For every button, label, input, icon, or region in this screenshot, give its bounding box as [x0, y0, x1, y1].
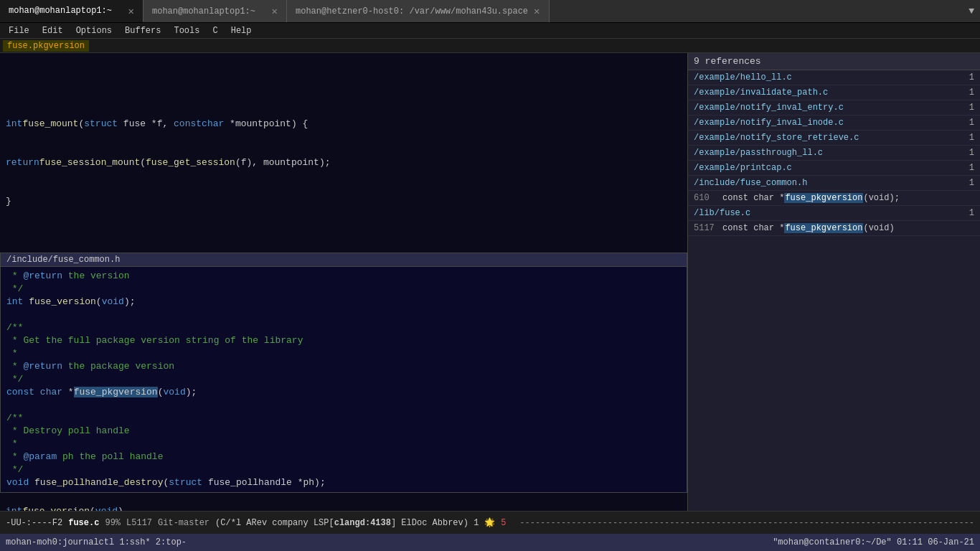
tab-2[interactable]: mohan@mohanlaptop1:~ ✕ [143, 0, 287, 22]
popup-code: * @return the version */ int fuse_versio… [1, 267, 687, 492]
tab-1-label: mohan@mohanlaptop1:~ [9, 6, 112, 16]
tab-2-close[interactable]: ✕ [272, 5, 278, 17]
tab-1[interactable]: mohan@mohanlaptop1:~ ✕ [0, 0, 143, 22]
code-line: return fuse_session_mount(fuse_get_sessi… [0, 156, 687, 169]
tab-3-close[interactable]: ✕ [534, 5, 540, 17]
menu-tools[interactable]: Tools [168, 24, 205, 37]
status-error-count: 5 [501, 518, 506, 528]
ref-linenum-610: 610 [694, 193, 722, 203]
popup-overlay[interactable]: /include/fuse_common.h * @return the ver… [0, 253, 687, 493]
code-line [0, 79, 687, 92]
ref-code-610[interactable]: 610 const char *fuse_pkgversion(void); [688, 191, 980, 206]
bottom-left: mohan-moh0:journalctl 1:ssh* 2:top- [6, 537, 187, 547]
ref-path-7: /example/printcap.c [694, 163, 792, 173]
ref-item-4[interactable]: /example/notify_inval_inode.c 1 [688, 116, 980, 131]
ref-item-7[interactable]: /example/printcap.c 1 [688, 161, 980, 176]
status-position: L5117 [126, 518, 152, 528]
bottom-right: "mohan@container0:~/De" 01:11 06-Jan-21 [773, 537, 974, 547]
ref-count-2: 1 [960, 88, 974, 98]
ref-path-6: /example/passthrough_ll.c [694, 148, 823, 158]
references-header: 9 references [688, 53, 980, 70]
editor-container: int fuse_mount(struct fuse *f, const cha… [0, 53, 980, 511]
ref-path-5: /example/notify_store_retrieve.c [694, 133, 859, 143]
tab-2-label: mohan@mohanlaptop1:~ [152, 6, 255, 17]
ref-count-3: 1 [960, 103, 974, 113]
menu-bar: File Edit Options Buffers Tools C Help [0, 23, 980, 39]
ref-count-8: 1 [960, 178, 974, 188]
status-bar: -UU-:----F2 fuse.c 99% L5117 Git-master … [0, 511, 980, 534]
status-lsp: (C/*l ARev company LSP[clangd:4138] ElDo… [215, 518, 479, 528]
status-filename: fuse.c [68, 518, 99, 528]
ref-item-2[interactable]: /example/invalidate_path.c 1 [688, 85, 980, 100]
ref-count-6: 1 [960, 148, 974, 158]
ref-count-4: 1 [960, 118, 974, 128]
ref-code-text-610: const char *fuse_pkgversion(void); [722, 193, 900, 203]
ref-linenum-5117: 5117 [694, 223, 722, 233]
status-percent: 99% [105, 518, 121, 528]
toolbar: fuse.pkgversion [0, 39, 980, 53]
status-lsp-bold: clangd:4138 [334, 518, 391, 528]
tab-overflow[interactable]: ▼ [963, 0, 980, 22]
tab-bar: mohan@mohanlaptop1:~ ✕ mohan@mohanlaptop… [0, 0, 980, 23]
code-editor[interactable]: int fuse_mount(struct fuse *f, const cha… [0, 53, 687, 511]
popup-header: /include/fuse_common.h [1, 253, 687, 267]
ref-item-1[interactable]: /example/hello_ll.c 1 [688, 70, 980, 85]
code-line: } [0, 195, 687, 208]
status-lsp-prefix: (C/*l ARev company LSP[ [215, 518, 334, 528]
code-line: int fuse_mount(struct fuse *f, const cha… [0, 118, 687, 131]
ref-item-6[interactable]: /example/passthrough_ll.c 1 [688, 146, 980, 161]
ref-code-text-5117: const char *fuse_pkgversion(void) [722, 223, 895, 233]
status-warning-icon: 🌟 [484, 517, 495, 528]
ref-item-3[interactable]: /example/notify_inval_entry.c 1 [688, 100, 980, 116]
ref-item-8[interactable]: /include/fuse_common.h 1 [688, 176, 980, 191]
toolbar-path: fuse.pkgversion [3, 40, 89, 52]
menu-edit[interactable]: Edit [37, 24, 69, 37]
code-line [0, 234, 687, 247]
bottom-bar: mohan-moh0:journalctl 1:ssh* 2:top- "moh… [0, 534, 980, 551]
ref-path-2: /example/invalidate_path.c [694, 88, 828, 98]
ref-code-5117[interactable]: 5117 const char *fuse_pkgversion(void) [688, 221, 980, 236]
ref-count-5: 1 [960, 133, 974, 143]
tab-3-label: mohan@hetzner0-host0: /var/www/mohan43u.… [296, 6, 528, 17]
ref-path-4: /example/notify_inval_inode.c [694, 118, 844, 128]
menu-file[interactable]: File [3, 24, 35, 37]
code-line: int fuse_version(void) [0, 505, 687, 511]
menu-options[interactable]: Options [70, 24, 118, 37]
menu-buffers[interactable]: Buffers [119, 24, 166, 37]
status-dashes: ----------------------------------------… [519, 518, 974, 528]
status-lsp-suffix: ] ElDoc Abbrev) 1 [391, 518, 479, 528]
ref-path-1: /example/hello_ll.c [694, 72, 792, 83]
menu-help[interactable]: Help [225, 24, 258, 37]
ref-item-9[interactable]: /lib/fuse.c 1 [688, 206, 980, 221]
ref-path-3: /example/notify_inval_entry.c [694, 103, 844, 113]
ref-path-9: /lib/fuse.c [694, 208, 750, 218]
ref-path-8: /include/fuse_common.h [694, 178, 807, 188]
ref-item-5[interactable]: /example/notify_store_retrieve.c 1 [688, 131, 980, 146]
tab-1-close[interactable]: ✕ [128, 5, 134, 17]
tab-3[interactable]: mohan@hetzner0-host0: /var/www/mohan43u.… [287, 0, 550, 22]
menu-c[interactable]: C [207, 24, 223, 37]
ref-count-7: 1 [960, 163, 974, 173]
ref-count-9: 1 [960, 208, 974, 218]
status-mode: -UU-:----F2 [6, 518, 62, 528]
status-git: Git-master [158, 518, 209, 528]
references-panel: 9 references /example/hello_ll.c 1 /exam… [687, 53, 980, 511]
ref-count-1: 1 [960, 72, 974, 83]
